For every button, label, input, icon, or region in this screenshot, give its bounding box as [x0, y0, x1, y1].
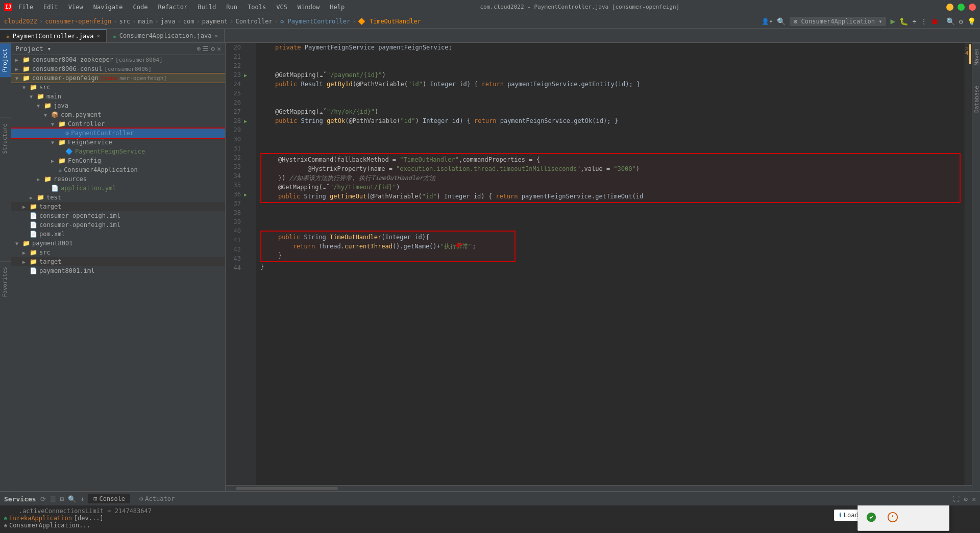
sidebar-close-icon[interactable]: ✕ — [217, 45, 221, 53]
menu-build[interactable]: Build — [195, 3, 218, 12]
scroll-thumb[interactable] — [236, 487, 338, 490]
menu-edit[interactable]: Edit — [41, 3, 60, 12]
menu-vcs[interactable]: VCS — [274, 3, 289, 12]
sidebar-add-icon[interactable]: ⊕ — [197, 45, 201, 53]
services-expand-icon[interactable]: ⛶ — [953, 495, 960, 503]
stop-button[interactable]: ⏹ — [931, 17, 938, 26]
menu-window[interactable]: Window — [296, 3, 322, 12]
menu-navigate[interactable]: Navigate — [91, 3, 125, 12]
tree-item-consumer8004[interactable]: ▶ 📁 consumer8004-zookeeper [consumer8004… — [11, 55, 225, 64]
lightbulb-button[interactable]: 💡 — [967, 17, 976, 26]
tree-arrow: ▼ — [51, 140, 58, 145]
tree-item-payment8001[interactable]: ▼ 📁 payment8001 — [11, 239, 225, 248]
sidebar-collapse-icon[interactable]: ☰ — [203, 45, 209, 53]
menu-code[interactable]: Code — [131, 3, 150, 12]
console-line: ⊕ ConsumerApplication... — [4, 522, 976, 529]
breadcrumb-item[interactable]: ⚙ PaymentController — [280, 18, 350, 25]
database-tab[interactable]: Database — [972, 81, 980, 118]
run-button[interactable]: ▶ — [890, 16, 895, 26]
right-panel: Maven Database — [972, 43, 980, 491]
sidebar-settings-icon[interactable]: ⚙ — [211, 45, 215, 53]
coverage-button[interactable]: ☂ — [912, 17, 916, 26]
breadcrumb-item[interactable]: java — [161, 18, 176, 25]
tab-payment-controller[interactable]: ☕ PaymentController.java ✕ — [0, 29, 107, 42]
more-button[interactable]: ⋮ — [921, 18, 927, 25]
search-button[interactable]: 🔍 — [946, 17, 955, 26]
tree-item-payment-feign[interactable]: 🔷 PaymentFeignService — [11, 147, 225, 156]
tray-orange-icon[interactable] — [884, 508, 902, 526]
add-service-icon[interactable]: + — [80, 495, 84, 503]
menu-refactor[interactable]: Refactor — [156, 3, 189, 12]
tree-item-fenconfig[interactable]: ▶ 📁 FenConfig — [11, 156, 225, 165]
menu-tools[interactable]: Tools — [246, 3, 268, 12]
tree-item-payment-iml[interactable]: 📄 payment8001.iml — [11, 266, 225, 275]
breadcrumb-item[interactable]: com — [183, 18, 194, 25]
run-config-selector[interactable]: ⚙ Consumer4Application ▾ — [790, 17, 886, 26]
tree-item-consumer-openfeign[interactable]: ▼ 📁 consumer-openfeign [cons mer-openfei… — [11, 73, 225, 83]
tree-item-controller[interactable]: ▼ 📁 Controller — [11, 119, 225, 129]
project-tab[interactable]: Project — [0, 43, 11, 77]
breadcrumb-item[interactable]: Controller — [235, 18, 272, 25]
close-button[interactable] — [969, 4, 976, 11]
tree-item-consumer8006[interactable]: ▶ 📁 consumer8006-consul [consumer8006] — [11, 64, 225, 73]
code-content[interactable]: private PaymentFeignService paymentFeign… — [256, 43, 965, 485]
tree-item-iml2[interactable]: 📄 consumer-openfeigh.iml — [11, 220, 225, 230]
tree-item-resources[interactable]: ▶ 📁 resources — [11, 174, 225, 184]
tree-item-iml1[interactable]: 📄 consumer-openfeigh.iml — [11, 211, 225, 220]
folder-icon: 📁 — [22, 240, 30, 247]
expand-icon[interactable]: ⟳ — [40, 495, 46, 503]
file-icon: 📄 — [30, 212, 37, 219]
console-tab[interactable]: ⊞ Console — [88, 494, 130, 503]
tree-item-java[interactable]: ▼ 📁 java — [11, 101, 225, 110]
maven-tab[interactable]: Maven — [972, 43, 980, 70]
tree-arrow: ▶ — [15, 57, 22, 63]
breadcrumb-item[interactable]: payment — [202, 18, 228, 25]
tray-green-icon[interactable] — [862, 508, 880, 526]
filter-icon[interactable]: 🔍 — [68, 495, 76, 503]
menu-help[interactable]: Help — [328, 3, 347, 12]
settings-button[interactable]: ⚙ — [959, 17, 963, 26]
tree-item-consumer-app[interactable]: ☕ Consumer4Application — [11, 165, 225, 174]
tab-close-icon[interactable]: ✕ — [214, 33, 218, 39]
breadcrumb-item[interactable]: cloud2022 — [4, 18, 37, 25]
tree-item-app-yml[interactable]: 📄 application.yml — [11, 184, 225, 193]
tree-item-feign-service[interactable]: ▼ 📁 FeignService — [11, 138, 225, 147]
folder-icon: 📁 — [30, 258, 37, 265]
debug-button[interactable]: 🐛 — [899, 17, 908, 26]
tree-item-pom[interactable]: 📄 pom.xml — [11, 230, 225, 239]
actuator-tab[interactable]: ⚙ Actuator — [134, 494, 180, 503]
tree-item-src[interactable]: ▼ 📁 src — [11, 83, 225, 92]
tree-label: consumer-openfeigh.iml — [39, 221, 120, 229]
menu-file[interactable]: File — [16, 3, 35, 12]
menu-view[interactable]: View — [66, 3, 85, 12]
favorites-tab[interactable]: Favorites — [0, 261, 11, 302]
breadcrumb-item[interactable]: src — [119, 18, 131, 25]
tab-consumer-app[interactable]: ☕ Consumer4Application.java ✕ — [107, 29, 225, 42]
tree-item-test[interactable]: ▶ 📁 test — [11, 193, 225, 202]
horizontal-scrollbar[interactable] — [226, 485, 972, 491]
minimize-button[interactable] — [946, 4, 953, 11]
group-icon[interactable]: ⊞ — [60, 495, 64, 503]
structure-tab[interactable]: Structure — [0, 118, 11, 159]
user-icon[interactable]: 👤▾ — [762, 18, 773, 25]
class-icon: ⚙ — [65, 130, 69, 137]
tree-item-target[interactable]: ▶ 📁 target — [11, 202, 225, 211]
tree-item-target2[interactable]: ▶ 📁 target — [11, 257, 225, 266]
tab-close-icon[interactable]: ✕ — [97, 33, 101, 39]
menu-run[interactable]: Run — [224, 3, 239, 12]
services-settings-icon[interactable]: ⚙ — [964, 495, 968, 503]
tree-item-payment-controller[interactable]: ⚙ PaymentController — [11, 129, 225, 138]
collapse-icon[interactable]: ☰ — [50, 495, 56, 503]
class-icon: ☕ — [58, 166, 62, 173]
tree-label: FenConfig — [68, 157, 101, 164]
services-close-icon[interactable]: ✕ — [972, 495, 976, 503]
tree-item-src2[interactable]: ▶ 📁 src — [11, 248, 225, 257]
breadcrumb-item[interactable]: main — [138, 18, 153, 25]
tree-item-com-payment[interactable]: ▼ 📦 com.payment — [11, 110, 225, 119]
maximize-button[interactable] — [958, 4, 965, 11]
breadcrumb-item[interactable]: consumer-openfeign — [45, 18, 111, 25]
tree-item-main[interactable]: ▼ 📁 main — [11, 92, 225, 101]
search-everywhere-icon[interactable]: 🔍 — [777, 17, 786, 26]
sidebar-title: Project ▾ — [15, 45, 197, 53]
breadcrumb-item[interactable]: 🔶 TimeOutHandler — [358, 18, 421, 25]
